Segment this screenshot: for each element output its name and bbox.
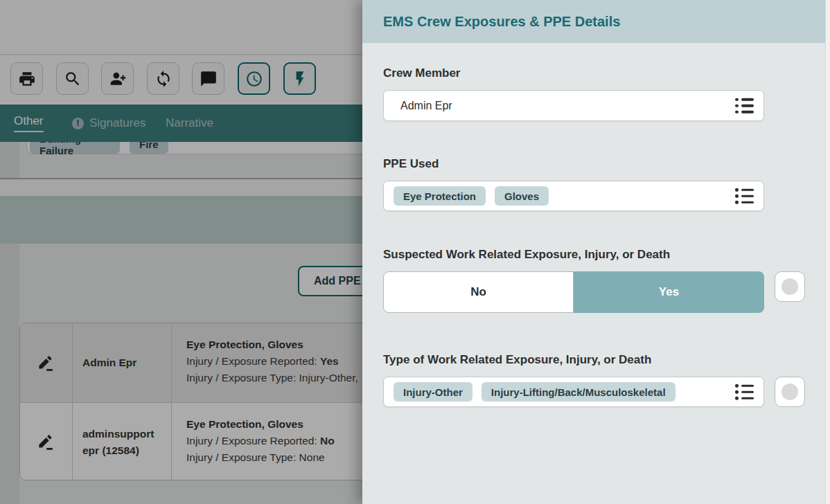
exposure-type-label: Type of Work Related Exposure, Injury, o… — [383, 353, 651, 367]
ppe-used-label: PPE Used — [383, 157, 439, 171]
list-picker-icon[interactable] — [735, 188, 754, 204]
crew-member-value: Admin Epr — [384, 100, 452, 112]
scrollbar-track[interactable] — [825, 0, 830, 504]
ppe-chip: Eye Protection — [394, 186, 486, 206]
field-status-button[interactable] — [775, 377, 805, 407]
panel-title: EMS Crew Exposures & PPE Details — [383, 14, 620, 30]
exposure-type-chip: Injury-Lifting/Back/Musculoskeletal — [482, 382, 676, 402]
crew-member-label: Crew Member — [383, 66, 460, 80]
suspected-exposure-label: Suspected Work Related Exposure, Injury,… — [383, 248, 670, 262]
list-picker-icon[interactable] — [735, 384, 754, 400]
exposure-type-select[interactable]: Injury-Other Injury-Lifting/Back/Musculo… — [383, 377, 764, 407]
ppe-chip: Gloves — [495, 186, 549, 206]
panel-header: EMS Crew Exposures & PPE Details — [362, 0, 830, 43]
status-dot-icon — [782, 278, 798, 295]
toggle-yes-button[interactable]: Yes — [574, 271, 764, 313]
field-status-button[interactable] — [775, 271, 805, 302]
crew-member-select[interactable]: Admin Epr — [383, 90, 764, 121]
suspected-exposure-toggle: No Yes — [383, 271, 764, 313]
toggle-no-button[interactable]: No — [383, 271, 574, 313]
ppe-used-select[interactable]: Eye Protection Gloves — [383, 181, 764, 211]
ems-crew-exposures-panel: EMS Crew Exposures & PPE Details Crew Me… — [362, 0, 830, 504]
status-dot-icon — [782, 384, 798, 400]
app-screen: Building Failure Fire Other Signatures N… — [0, 0, 830, 504]
list-picker-icon[interactable] — [735, 98, 754, 114]
exposure-type-chip: Injury-Other — [394, 382, 473, 402]
